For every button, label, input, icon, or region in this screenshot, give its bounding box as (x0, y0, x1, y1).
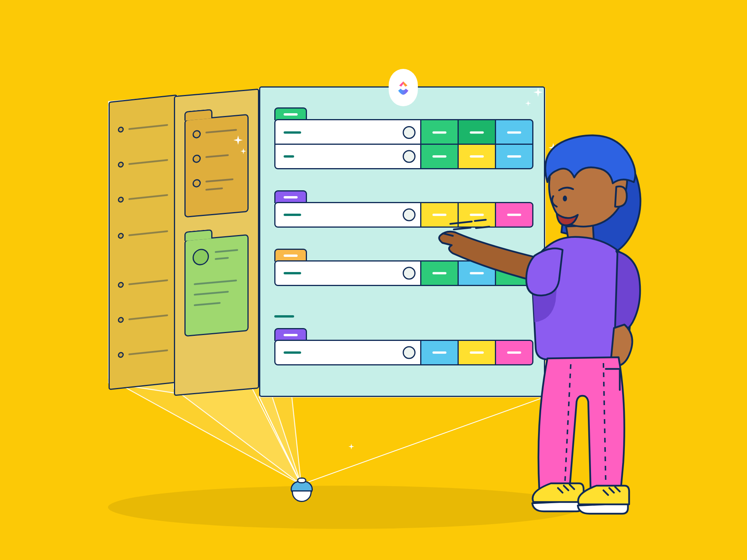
assignee-avatar-icon[interactable] (403, 150, 416, 163)
assignee-avatar-icon[interactable] (403, 346, 416, 359)
sparkle-icon (349, 444, 354, 449)
task-title-cell[interactable] (274, 260, 421, 286)
status-cell[interactable] (421, 144, 459, 169)
status-cell[interactable] (421, 340, 459, 365)
status-cell[interactable] (421, 119, 459, 145)
group-tab-orange[interactable] (274, 249, 307, 262)
group-tab-purple[interactable] (274, 190, 307, 203)
status-cell[interactable] (421, 260, 459, 286)
projector-icon (288, 479, 315, 502)
mid-card-b (184, 234, 249, 337)
svg-point-6 (563, 196, 567, 202)
task-title-cell[interactable] (274, 202, 421, 228)
task-title-cell[interactable] (274, 144, 421, 169)
section-heading-line (274, 315, 294, 318)
task-title-cell[interactable] (274, 340, 421, 365)
assignee-avatar-icon[interactable] (403, 267, 416, 280)
group-tab-green[interactable] (274, 107, 307, 120)
person-illustration: .ol { stroke:#0f2a57; stroke-width:3; st… (479, 128, 665, 525)
assignee-avatar-icon[interactable] (403, 126, 416, 139)
svg-line-4 (259, 397, 301, 485)
assignee-avatar-icon[interactable] (403, 209, 416, 221)
illustration-canvas: .ol { stroke:#0f2a57; stroke-width:3; st… (0, 0, 747, 560)
kanban-panel-mid (174, 88, 259, 396)
mid-card-a (184, 114, 249, 218)
kanban-panel-back (109, 95, 177, 390)
group-tab-purple[interactable] (274, 328, 307, 341)
clickup-logo-icon (389, 69, 418, 106)
task-title-cell[interactable] (274, 119, 421, 145)
